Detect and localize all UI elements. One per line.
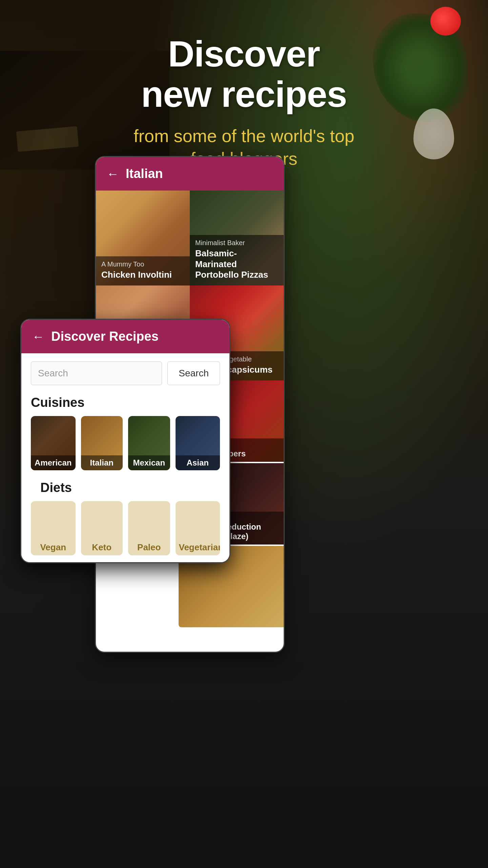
italian-back-button[interactable]: ← [107, 167, 119, 181]
search-input[interactable]: Search [31, 361, 162, 385]
discover-screen-title: Discover Recipes [51, 329, 159, 344]
hero-title: Discover new recipes [0, 34, 488, 115]
chicken-name: Chicken Involtini [101, 270, 184, 280]
phones-container: ← Italian A Mummy Too Chicken Involtini … [20, 156, 468, 868]
american-label: American [31, 455, 76, 470]
italian-label: Italian [81, 455, 123, 470]
italian-screen-title: Italian [126, 166, 163, 181]
chicken-source: A Mummy Too [101, 260, 184, 268]
cuisine-asian[interactable]: Asian [176, 416, 220, 470]
asian-label: Asian [176, 455, 220, 470]
vegetarian-label: Vegetarian [176, 539, 220, 555]
cuisine-mexican[interactable]: Mexican [128, 416, 170, 470]
diet-vegetarian[interactable]: Vegetarian [176, 501, 220, 555]
diets-section: Diets Vegan Keto Paleo Vegetarian [21, 477, 229, 562]
diets-grid: Vegan Keto Paleo Vegetarian [31, 501, 220, 555]
diets-title: Diets [31, 477, 220, 501]
hero-text-area: Discover new recipes from some of the wo… [0, 34, 488, 171]
cuisine-grid: American Italian Mexican Asian [21, 416, 229, 477]
search-bar-row: Search Search [21, 353, 229, 392]
discover-phone-header: ← Discover Recipes [21, 320, 229, 353]
hero-subtitle-line1: from some of the world's top [134, 126, 354, 146]
search-button[interactable]: Search [167, 361, 220, 385]
italian-phone-header: ← Italian [96, 157, 284, 191]
discover-back-button[interactable]: ← [32, 330, 44, 344]
discover-phone: ← Discover Recipes Search Search Cuisine… [20, 319, 230, 563]
cuisines-title: Cuisines [21, 392, 229, 416]
chicken-label-bar: A Mummy Too Chicken Involtini [96, 256, 190, 285]
portobello-source: Minimalist Baker [195, 239, 278, 247]
recipe-card-portobello[interactable]: Minimalist Baker Balsamic-Marinated Port… [190, 191, 284, 285]
portobello-name: Balsamic-Marinated Portobello Pizzas [195, 248, 278, 280]
paleo-label: Paleo [128, 539, 170, 555]
recipe-card-chicken[interactable]: A Mummy Too Chicken Involtini [96, 191, 190, 285]
mexican-label: Mexican [128, 455, 170, 470]
partial-text-overlay: man [24, 387, 49, 401]
hero-title-line2: new recipes [141, 74, 347, 115]
cuisines-section: Cuisines American Italian Mexican Asian [21, 392, 229, 477]
hero-title-line1: Discover [168, 33, 320, 74]
diet-paleo[interactable]: Paleo [128, 501, 170, 555]
cuisine-italian[interactable]: Italian [81, 416, 123, 470]
keto-label: Keto [81, 539, 123, 555]
diet-keto[interactable]: Keto [81, 501, 123, 555]
cuisine-american[interactable]: American [31, 416, 76, 470]
vegan-label: Vegan [31, 539, 76, 555]
diet-vegan[interactable]: Vegan [31, 501, 76, 555]
portobello-label-bar: Minimalist Baker Balsamic-Marinated Port… [190, 235, 284, 285]
ingredient-tomato [430, 7, 461, 36]
